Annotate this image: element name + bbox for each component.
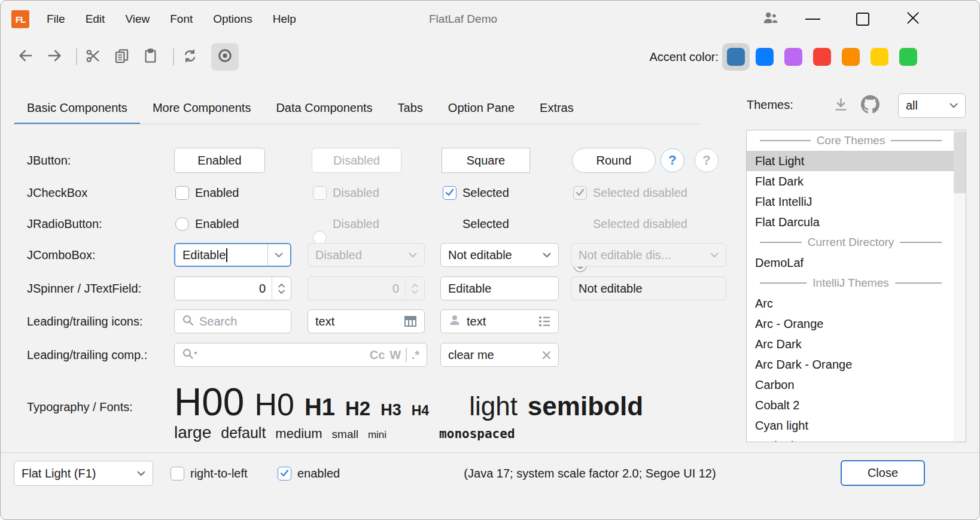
accent-swatch-default[interactable] — [727, 48, 745, 66]
theme-item-demolaf[interactable]: DemoLaf — [747, 253, 954, 273]
checkbox-enabled-label[interactable]: Enabled — [195, 186, 239, 200]
users-button[interactable] — [757, 1, 784, 38]
spinner-buttons[interactable] — [272, 277, 291, 300]
menu-help[interactable]: Help — [263, 1, 306, 38]
radio-selected-label[interactable]: Selected — [462, 217, 509, 231]
table-icon[interactable] — [404, 315, 417, 328]
refresh-button[interactable] — [176, 44, 203, 70]
theme-item-cobalt-2[interactable]: Cobalt 2 — [747, 395, 954, 415]
tab-data-components[interactable]: Data Components — [263, 92, 385, 124]
themes-filter-combo[interactable]: all — [898, 93, 966, 118]
search-dropdown-icon[interactable] — [182, 348, 199, 363]
accent-swatch-blue[interactable] — [756, 48, 774, 66]
spinner-enabled[interactable]: 0 — [174, 276, 291, 300]
list-icon[interactable] — [538, 315, 551, 327]
back-button[interactable] — [13, 44, 39, 70]
theme-item-flat-dark[interactable]: Flat Dark — [747, 171, 954, 191]
checkbox-selected[interactable] — [443, 186, 456, 200]
laf-combo[interactable]: Flat Light (F1) — [14, 461, 153, 486]
menu-view[interactable]: View — [115, 1, 160, 38]
cut-button[interactable] — [80, 44, 106, 70]
show-hints-toggle[interactable] — [211, 43, 239, 71]
close-window-button[interactable] — [899, 1, 927, 38]
menu-font[interactable]: Font — [160, 1, 203, 38]
theme-item-flat-darcula[interactable]: Flat Darcula — [747, 212, 954, 232]
accent-swatch-purple[interactable] — [784, 48, 802, 66]
combobox-not-editable-value: Not editable — [448, 248, 512, 262]
check-icon — [445, 188, 454, 199]
github-button[interactable] — [861, 95, 879, 116]
theme-group-label: Current Directory — [808, 236, 894, 249]
rtl-checkbox-label[interactable]: right-to-left — [190, 467, 248, 481]
search-field-with-options[interactable]: Cc W .* — [174, 343, 427, 367]
forward-button[interactable] — [41, 44, 68, 70]
jbutton-enabled[interactable]: Enabled — [174, 148, 265, 173]
search-icon — [182, 314, 194, 329]
radio-enabled[interactable] — [175, 217, 189, 231]
tab-basic-components[interactable]: Basic Components — [14, 92, 140, 124]
paste-button[interactable] — [137, 44, 163, 70]
search-placeholder: Search — [199, 315, 237, 329]
minimize-icon — [805, 19, 820, 20]
menu-file[interactable]: File — [36, 1, 75, 38]
tab-tabs[interactable]: Tabs — [385, 92, 436, 124]
theme-item-arc-orange[interactable]: Arc - Orange — [747, 314, 954, 334]
accent-swatch-green[interactable] — [899, 48, 917, 66]
mini-size-sample: mini — [368, 429, 386, 441]
copy-button[interactable] — [108, 44, 135, 70]
help-button-disabled: ? — [695, 148, 719, 172]
clear-icon[interactable] — [542, 351, 551, 360]
clear-me-field[interactable]: clear me — [440, 343, 559, 367]
flag-separator — [406, 348, 407, 362]
enabled-checkbox-label[interactable]: enabled — [297, 467, 340, 481]
spinner-value[interactable]: 0 — [182, 282, 272, 296]
minimize-button[interactable] — [799, 1, 826, 38]
match-case-toggle[interactable]: Cc — [370, 348, 385, 362]
combobox-editable[interactable]: Editable — [174, 243, 291, 267]
menu-edit[interactable]: Edit — [75, 1, 115, 38]
theme-item-flat-intellij[interactable]: Flat IntelliJ — [747, 191, 954, 212]
h1-sample: H1 — [305, 394, 335, 421]
clear-me-value: clear me — [448, 348, 494, 362]
text-field-value: text — [467, 315, 486, 329]
theme-item-dark-flat[interactable]: Dark Flat — [747, 436, 954, 442]
theme-item-arc-dark[interactable]: Arc Dark — [747, 334, 954, 354]
close-button[interactable]: Close — [841, 460, 925, 486]
accent-swatch-orange[interactable] — [842, 48, 860, 66]
help-button[interactable]: ? — [661, 148, 684, 172]
tab-more-components[interactable]: More Components — [140, 92, 264, 124]
jbutton-square[interactable]: Square — [442, 148, 530, 173]
text-field-person-list[interactable]: text — [440, 309, 559, 333]
text-field-trailing-table[interactable]: text — [308, 309, 425, 333]
accent-swatch-red[interactable] — [813, 48, 831, 66]
regex-toggle[interactable]: .* — [412, 348, 419, 362]
checkbox-enabled[interactable] — [175, 186, 189, 200]
themes-scrollbar-thumb[interactable] — [954, 132, 966, 193]
close-window-icon — [905, 10, 921, 28]
menu-options[interactable]: Options — [203, 1, 262, 38]
theme-item-flat-light[interactable]: Flat Light — [747, 151, 954, 171]
whole-word-toggle[interactable]: W — [389, 348, 401, 362]
theme-item-cyan-light[interactable]: Cyan light — [747, 415, 954, 436]
tab-extras[interactable]: Extras — [527, 92, 586, 124]
themes-label: Themes: — [747, 98, 793, 112]
rtl-checkbox[interactable] — [171, 467, 184, 481]
theme-item-carbon[interactable]: Carbon — [747, 375, 954, 395]
radio-enabled-label[interactable]: Enabled — [195, 217, 239, 231]
maximize-button[interactable] — [849, 1, 876, 38]
checkbox-selected-label[interactable]: Selected — [462, 186, 509, 200]
combobox-not-editable[interactable]: Not editable — [440, 243, 559, 267]
themes-list[interactable]: Core Themes Flat Light Flat Dark Flat In… — [746, 130, 966, 442]
chevron-down-icon[interactable] — [267, 244, 284, 266]
theme-item-arc[interactable]: Arc — [747, 293, 954, 314]
search-field[interactable]: Search — [174, 309, 291, 333]
theme-item-arc-dark-orange[interactable]: Arc Dark - Orange — [747, 354, 954, 375]
jbutton-round[interactable]: Round — [572, 148, 656, 173]
textfield-editable[interactable]: Editable — [440, 276, 559, 300]
chevron-up-icon — [278, 284, 285, 288]
enabled-checkbox[interactable] — [278, 467, 291, 481]
tabbar: Basic Components More Components Data Co… — [14, 92, 586, 124]
download-themes-button[interactable] — [833, 97, 849, 115]
accent-swatch-yellow[interactable] — [871, 48, 888, 66]
tab-option-pane[interactable]: Option Pane — [436, 92, 527, 124]
